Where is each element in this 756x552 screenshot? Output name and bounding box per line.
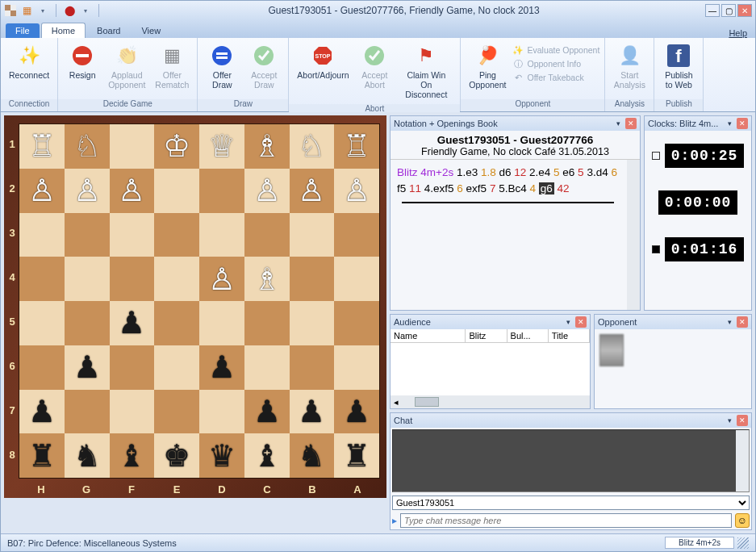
square-f7[interactable] (110, 390, 155, 434)
square-e3[interactable] (154, 213, 199, 257)
square-b5[interactable] (290, 301, 335, 345)
dropdown-icon[interactable]: ▾ (724, 415, 735, 426)
reconnect-button[interactable]: ✨ Reconnect (6, 41, 52, 82)
horizontal-scrollbar[interactable]: ◂ (391, 395, 590, 408)
square-a2[interactable]: ♙ (334, 169, 379, 213)
tab-view[interactable]: View (132, 23, 170, 38)
square-h4[interactable] (19, 257, 65, 301)
square-d2[interactable] (199, 169, 244, 213)
move-token[interactable]: 3.d4 (584, 166, 612, 178)
move-token[interactable]: 2.e4 (526, 166, 553, 178)
move-token[interactable]: d6 (496, 166, 515, 178)
square-b8[interactable]: ♞ (290, 433, 335, 478)
square-c5[interactable] (244, 301, 290, 345)
move-token[interactable]: 12 (514, 166, 526, 178)
minimize-button[interactable]: — (705, 4, 720, 17)
square-e7[interactable] (154, 390, 199, 434)
close-icon[interactable]: ✕ (575, 316, 587, 328)
dropdown-icon[interactable]: ▾ (612, 118, 624, 129)
square-g8[interactable]: ♞ (65, 433, 110, 478)
move-token[interactable]: f5 (397, 182, 409, 194)
publish-web-button[interactable]: f Publish to Web (659, 41, 698, 91)
ping-button[interactable]: 🏓 Ping Opponent (466, 41, 509, 91)
square-f1[interactable] (110, 124, 155, 169)
close-icon[interactable]: ✕ (625, 118, 637, 129)
square-g3[interactable] (65, 213, 110, 257)
square-h2[interactable]: ♙ (19, 169, 65, 213)
square-b7[interactable]: ♟ (290, 390, 335, 434)
square-b6[interactable] (290, 345, 335, 390)
square-f4[interactable] (110, 257, 155, 301)
claim-win-button[interactable]: ⚑ Claim Win On Disconnect (397, 41, 455, 101)
square-d5[interactable] (199, 301, 244, 345)
square-b1[interactable]: ♘ (290, 124, 335, 169)
help-link[interactable]: Help (729, 28, 747, 38)
square-d1[interactable]: ♕ (199, 124, 244, 169)
square-g6[interactable]: ♟ (65, 345, 110, 390)
audience-columns[interactable]: Name Blitz Bul... Title (391, 329, 590, 343)
qat-ping-icon[interactable]: ⬤ (63, 4, 76, 17)
square-d6[interactable]: ♟ (199, 345, 244, 390)
chat-input[interactable] (400, 513, 732, 528)
square-d8[interactable]: ♛ (199, 433, 244, 478)
move-token[interactable]: 42 (558, 182, 570, 194)
dropdown-icon[interactable]: ▾ (724, 316, 735, 328)
dropdown-icon[interactable]: ▾ (36, 4, 49, 17)
square-a8[interactable]: ♜ (334, 433, 379, 478)
square-e6[interactable] (154, 345, 199, 390)
square-a7[interactable]: ♟ (334, 390, 379, 434)
square-g2[interactable]: ♙ (65, 169, 110, 213)
square-c2[interactable]: ♙ (244, 169, 290, 213)
move-token[interactable]: e6 (560, 166, 578, 178)
move-token[interactable]: 5 (553, 166, 560, 178)
dropdown-icon[interactable]: ▾ (724, 118, 735, 129)
maximize-button[interactable]: ▢ (721, 4, 736, 17)
square-g4[interactable] (65, 257, 110, 301)
square-a5[interactable] (334, 301, 379, 345)
square-h5[interactable] (19, 301, 65, 345)
close-icon[interactable]: ✕ (737, 316, 748, 328)
notation-moves[interactable]: Blitz 4m+2s 1.e3 1.8 d6 12 2.e4 5 e6 5 3… (391, 159, 640, 310)
resize-grip[interactable] (737, 537, 749, 549)
move-token[interactable]: 6 (611, 166, 617, 178)
square-h6[interactable] (19, 345, 65, 390)
square-a1[interactable]: ♖ (334, 124, 379, 169)
file-tab[interactable]: File (6, 23, 40, 38)
move-token[interactable]: 4.exf5 (421, 182, 457, 194)
square-c7[interactable]: ♟ (244, 390, 290, 434)
emoji-button[interactable]: ☺ (735, 513, 750, 528)
chat-recipient-select[interactable]: Guest1793051 (392, 496, 750, 510)
col-blitz[interactable]: Blitz (466, 329, 507, 342)
square-e1[interactable]: ♔ (154, 124, 199, 169)
square-b3[interactable] (290, 213, 335, 257)
square-f5[interactable]: ♟ (110, 301, 155, 345)
square-c6[interactable] (244, 345, 290, 390)
move-token[interactable]: 11 (409, 182, 421, 194)
close-button[interactable]: ✕ (737, 4, 752, 17)
offer-draw-button[interactable]: Offer Draw (203, 41, 241, 91)
square-a6[interactable] (334, 345, 379, 390)
square-d4[interactable]: ♙ (199, 257, 244, 301)
move-token[interactable]: Blitz 4m+2s (397, 166, 453, 178)
col-name[interactable]: Name (391, 329, 466, 342)
square-h1[interactable]: ♖ (19, 124, 65, 169)
square-c3[interactable] (244, 213, 290, 257)
scrollbar[interactable] (736, 430, 749, 491)
dropdown-icon[interactable]: ▾ (562, 316, 574, 328)
square-c8[interactable]: ♝ (244, 433, 290, 478)
square-h8[interactable]: ♜ (19, 433, 65, 478)
move-token[interactable]: 5 (578, 166, 584, 178)
qat-board-icon[interactable] (4, 4, 17, 17)
move-token[interactable]: g6 (539, 182, 554, 194)
square-g7[interactable] (65, 390, 110, 434)
col-title[interactable]: Title (549, 329, 590, 342)
move-token[interactable]: exf5 (463, 182, 490, 194)
square-c4[interactable]: ♗ (244, 257, 290, 301)
scrollbar[interactable] (627, 160, 640, 310)
close-icon[interactable]: ✕ (737, 118, 748, 129)
close-icon[interactable]: ✕ (737, 415, 748, 426)
square-e8[interactable]: ♚ (154, 433, 199, 478)
square-f2[interactable]: ♙ (110, 169, 155, 213)
qat-board2-icon[interactable]: ▦ (20, 4, 33, 17)
square-e4[interactable] (154, 257, 199, 301)
